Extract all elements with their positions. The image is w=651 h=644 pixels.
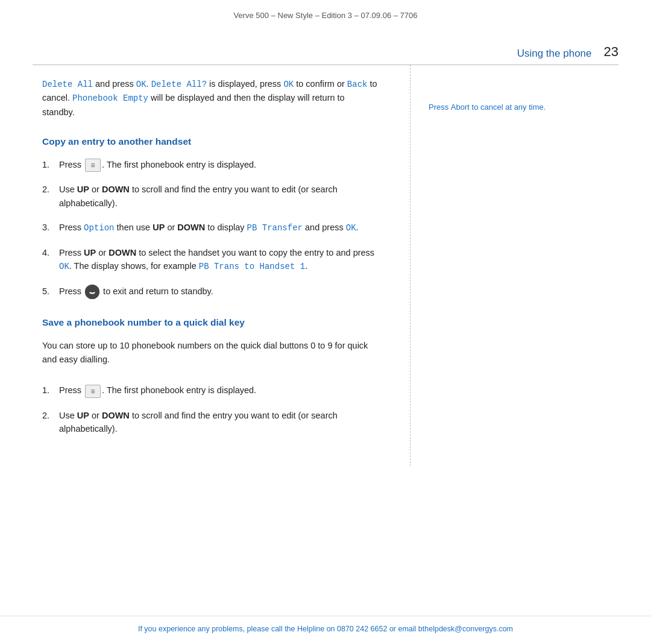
page-number: 23 [604,44,618,60]
intro-paragraph: Delete All and press OK. Delete All? is … [42,77,377,119]
list-item: 1. Press . The first phonebook entry is … [42,384,377,397]
page-header: Verve 500 – New Style – Edition 3 – 07.0… [0,0,651,26]
list-item: 3. Press Option then use UP or DOWN to d… [42,221,377,235]
copy-section: Copy an entry to another handset 1. Pres… [42,136,377,299]
end-call-icon [85,285,99,299]
phonebook-icon-2 [85,385,101,398]
header-section: Using the phone 23 [0,26,651,65]
svg-point-0 [85,285,99,299]
delete-all-link: Delete All [42,80,93,89]
save-steps-list: 1. Press . The first phonebook entry is … [42,384,377,435]
list-item: 2. Use UP or DOWN to scroll and find the… [42,409,377,436]
list-item: 1. Press . The first phonebook entry is … [42,158,377,172]
list-item: 4. Press UP or DOWN to select the handse… [42,246,377,274]
save-intro: You can store up to 10 phonebook numbers… [42,339,377,367]
save-section: Save a phonebook number to a quick dial … [42,317,377,435]
sidebar-note: Press Abort to cancel at any time. [429,101,555,113]
footer-text: If you experience any problems, please c… [138,625,513,633]
save-heading: Save a phonebook number to a quick dial … [42,317,377,328]
header-title: Verve 500 – New Style – Edition 3 – 07.0… [234,11,418,20]
list-item: 2. Use UP or DOWN to scroll and find the… [42,183,377,210]
abort-text: Abort [451,103,470,112]
phonebook-icon-1 [85,159,101,172]
copy-heading: Copy an entry to another handset [42,136,377,147]
section-label: Using the phone [517,48,592,60]
list-item: 5. Press to exit and return to standby. [42,285,377,299]
copy-steps-list: 1. Press . The first phonebook entry is … [42,158,377,299]
footer: If you experience any problems, please c… [0,616,651,644]
